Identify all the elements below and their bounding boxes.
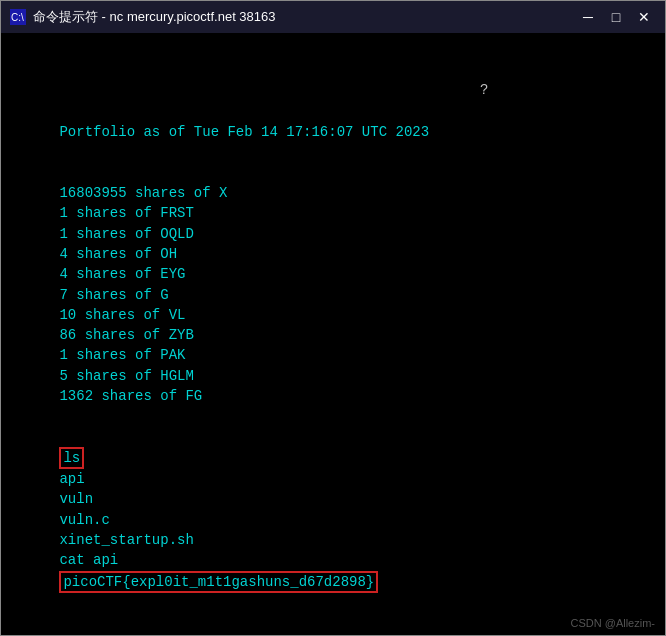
svg-text:C:\: C:\ <box>11 12 24 23</box>
ls-command-box: ls <box>59 447 84 469</box>
portfolio-header: Portfolio as of Tue Feb 14 17:16:07 UTC … <box>59 124 429 140</box>
ls-command-line: ls <box>59 450 84 466</box>
ls-output-api: api <box>59 471 84 487</box>
shares-line-4: 4 shares of EYG <box>59 266 185 282</box>
flag-box: picoCTF{expl0it_m1t1gashuns_d67d2898} <box>59 571 378 593</box>
close-button[interactable]: ✕ <box>631 7 657 27</box>
terminal: ? Portfolio as of Tue Feb 14 17:16:07 UT… <box>1 33 665 635</box>
shares-line-5: 7 shares of G <box>59 287 168 303</box>
window: C:\ 命令提示符 - nc mercury.picoctf.net 38163… <box>0 0 666 636</box>
question-mark: ? <box>9 80 657 100</box>
window-title: 命令提示符 - nc mercury.picoctf.net 38163 <box>33 8 575 26</box>
cmd-icon: C:\ <box>9 8 27 26</box>
shares-line-6: 10 shares of VL <box>59 307 185 323</box>
shares-line-7: 86 shares of ZYB <box>59 327 193 343</box>
maximize-button[interactable]: □ <box>603 7 629 27</box>
shares-line-10: 1362 shares of FG <box>59 388 202 404</box>
shares-line-0: 16803955 shares of X <box>59 185 227 201</box>
ls-output-vuln: vuln <box>59 491 93 507</box>
window-controls: ─ □ ✕ <box>575 7 657 27</box>
ls-output-xinet: xinet_startup.sh <box>59 532 193 548</box>
title-bar: C:\ 命令提示符 - nc mercury.picoctf.net 38163… <box>1 1 665 33</box>
minimize-button[interactable]: ─ <box>575 7 601 27</box>
shares-line-8: 1 shares of PAK <box>59 347 185 363</box>
terminal-content: ? Portfolio as of Tue Feb 14 17:16:07 UT… <box>9 39 657 613</box>
shares-line-3: 4 shares of OH <box>59 246 177 262</box>
shares-line-2: 1 shares of OQLD <box>59 226 193 242</box>
ls-output-vuln-c: vuln.c <box>59 512 109 528</box>
cat-command-line: cat api <box>59 552 118 568</box>
flag-line: picoCTF{expl0it_m1t1gashuns_d67d2898} <box>59 574 378 590</box>
shares-line-9: 5 shares of HGLM <box>59 368 193 384</box>
shares-line-1: 1 shares of FRST <box>59 205 193 221</box>
watermark: CSDN @Allezim- <box>570 617 655 629</box>
